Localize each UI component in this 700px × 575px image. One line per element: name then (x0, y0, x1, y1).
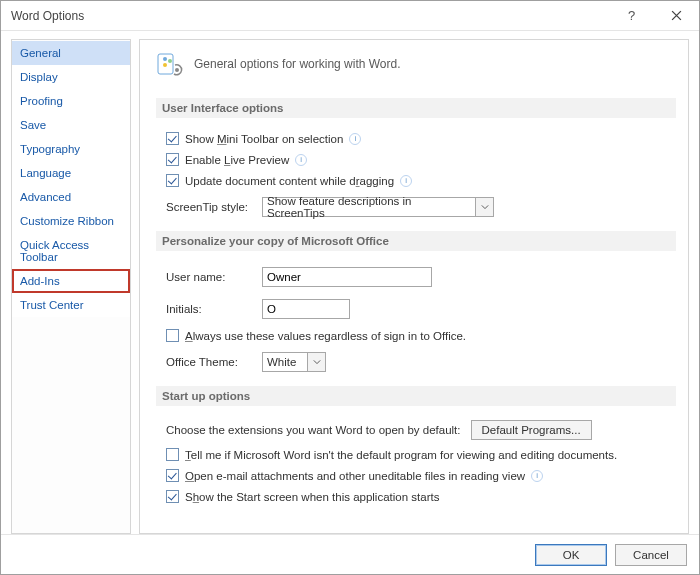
opt-label: Show Mini Toolbar on selection (185, 133, 343, 145)
checkbox-icon (166, 469, 179, 482)
info-icon: i (531, 470, 543, 482)
sidebar-item-save[interactable]: Save (12, 113, 130, 137)
section-startup: Start up options (156, 386, 676, 406)
sidebar-item-language[interactable]: Language (12, 161, 130, 185)
section-ui-options: User Interface options (156, 98, 676, 118)
svg-point-4 (175, 68, 179, 72)
checkbox-icon (166, 132, 179, 145)
chevron-down-icon (307, 353, 325, 371)
username-label: User name: (166, 271, 254, 283)
checkbox-icon (166, 153, 179, 166)
svg-point-3 (163, 63, 167, 67)
opt-label: Tell me if Microsoft Word isn't the defa… (185, 449, 617, 461)
sidebar-item-typography[interactable]: Typography (12, 137, 130, 161)
opt-label: Open e-mail attachments and other unedit… (185, 470, 525, 482)
general-options-icon (156, 50, 184, 78)
opt-drag-update[interactable]: Update document content while dragging i (166, 174, 676, 187)
office-theme-select[interactable]: White (262, 352, 326, 372)
initials-input[interactable] (262, 299, 350, 319)
opt-open-email-reading[interactable]: Open e-mail attachments and other unedit… (166, 469, 676, 482)
svg-point-2 (168, 59, 172, 63)
close-button[interactable] (654, 1, 699, 31)
initials-label: Initials: (166, 303, 254, 315)
titlebar: Word Options ? (1, 1, 699, 31)
sidebar-item-quick-access-toolbar[interactable]: Quick Access Toolbar (12, 233, 130, 269)
username-input[interactable] (262, 267, 432, 287)
opt-label: Update document content while dragging (185, 175, 394, 187)
sidebar-item-customize-ribbon[interactable]: Customize Ribbon (12, 209, 130, 233)
screentip-style-row: ScreenTip style: Show feature descriptio… (166, 197, 676, 217)
opt-always-use-values[interactable]: Always use these values regardless of si… (166, 329, 676, 342)
office-theme-row: Office Theme: White (166, 352, 676, 372)
chevron-down-icon (475, 198, 493, 216)
checkbox-icon (166, 448, 179, 461)
info-icon: i (400, 175, 412, 187)
opt-mini-toolbar[interactable]: Show Mini Toolbar on selection i (166, 132, 676, 145)
default-programs-button[interactable]: Default Programs... (471, 420, 592, 440)
checkbox-icon (166, 174, 179, 187)
page-heading: General options for working with Word. (194, 57, 401, 71)
sidebar-item-advanced[interactable]: Advanced (12, 185, 130, 209)
sidebar-item-add-ins[interactable]: Add-Ins (12, 269, 130, 293)
default-programs-row: Choose the extensions you want Word to o… (166, 420, 676, 440)
svg-point-1 (163, 57, 167, 61)
word-options-dialog: Word Options ? General Display Proofing … (0, 0, 700, 575)
office-theme-label: Office Theme: (166, 356, 254, 368)
help-button[interactable]: ? (609, 1, 654, 31)
dialog-footer: OK Cancel (1, 534, 699, 574)
choose-ext-label: Choose the extensions you want Word to o… (166, 424, 461, 436)
sidebar-item-general[interactable]: General (12, 41, 130, 65)
main-panel: General options for working with Word. U… (139, 39, 689, 534)
info-icon: i (349, 133, 361, 145)
section-personalize: Personalize your copy of Microsoft Offic… (156, 231, 676, 251)
page-heading-row: General options for working with Word. (156, 50, 676, 78)
sidebar-item-trust-center[interactable]: Trust Center (12, 293, 130, 317)
checkbox-icon (166, 329, 179, 342)
opt-start-screen[interactable]: Show the Start screen when this applicat… (166, 490, 676, 503)
opt-tell-me-default[interactable]: Tell me if Microsoft Word isn't the defa… (166, 448, 676, 461)
opt-label: Show the Start screen when this applicat… (185, 491, 439, 503)
dialog-body: General Display Proofing Save Typography… (1, 31, 699, 534)
initials-row: Initials: (166, 299, 676, 319)
checkbox-icon (166, 490, 179, 503)
window-title: Word Options (11, 9, 609, 23)
opt-live-preview[interactable]: Enable Live Preview i (166, 153, 676, 166)
screentip-style-select[interactable]: Show feature descriptions in ScreenTips (262, 197, 494, 217)
cancel-button[interactable]: Cancel (615, 544, 687, 566)
sidebar-item-display[interactable]: Display (12, 65, 130, 89)
screentip-label: ScreenTip style: (166, 201, 254, 213)
username-row: User name: (166, 267, 676, 287)
opt-label: Always use these values regardless of si… (185, 330, 466, 342)
close-icon (671, 10, 682, 21)
ok-button[interactable]: OK (535, 544, 607, 566)
info-icon: i (295, 154, 307, 166)
sidebar-item-proofing[interactable]: Proofing (12, 89, 130, 113)
opt-label: Enable Live Preview (185, 154, 289, 166)
sidebar: General Display Proofing Save Typography… (11, 39, 131, 534)
